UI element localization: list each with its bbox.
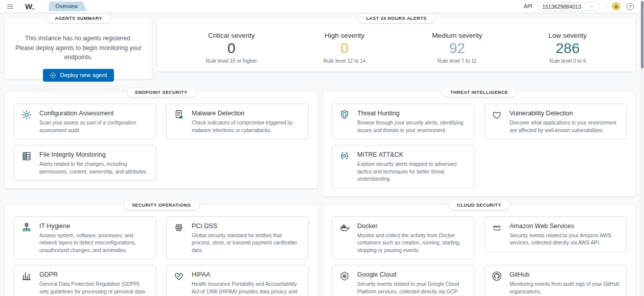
card-docker[interactable]: Docker Monitor and collect the activity … xyxy=(332,216,474,260)
card-file-integrity-monitoring[interactable]: File Integrity Monitoring Alerts related… xyxy=(14,145,156,181)
card-title: Vulnerability Detection xyxy=(510,110,619,117)
api-selector[interactable]: 1513629884013 xyxy=(537,2,599,11)
card-description: Discover what applications in your envir… xyxy=(510,119,619,134)
stat-label: Low severity xyxy=(548,32,587,39)
topbar-divider xyxy=(605,3,606,11)
stat-medium-severity: Medium severity 92 Rule level 7 to 11 xyxy=(432,32,482,64)
plus-circle-icon xyxy=(50,72,56,79)
file-integrity-icon xyxy=(21,150,33,176)
cloud-security-title: CLOUD SECURITY xyxy=(449,201,509,210)
help-icon[interactable]: ? xyxy=(627,3,634,10)
api-selector-value: 1513629884013 xyxy=(542,4,581,10)
card-description: Explore security alerts mapped to advers… xyxy=(357,161,467,183)
card-description: Global security standard for entities th… xyxy=(192,232,302,255)
mitre-braces-icon xyxy=(339,150,351,183)
github-icon xyxy=(491,270,503,295)
top-bar: W. Overview API 1513629884013 a ? xyxy=(0,0,644,13)
card-title: Amazon Web Services xyxy=(510,223,619,230)
google-cloud-icon xyxy=(339,270,351,296)
card-pci-dss[interactable]: PCI DSS Global security standard for ent… xyxy=(166,216,309,260)
panel-cloud-security: CLOUD SECURITY Docker Monitor and collec… xyxy=(323,205,635,296)
server-stack-icon xyxy=(173,221,186,255)
stat-value[interactable]: 286 xyxy=(548,40,587,57)
stat-sublabel: Rule level 15 or higher xyxy=(206,58,257,64)
app-logo[interactable]: W. xyxy=(17,0,42,13)
card-description: General Data Protection Regulation (GDPR… xyxy=(39,281,149,295)
stat-high-severity: High severity 0 Rule level 12 to 14 xyxy=(324,32,366,64)
api-label: API xyxy=(523,4,532,9)
panel-threat-intelligence: THREAT INTELLIGENCE Threat Hunting Brows… xyxy=(323,92,635,196)
gear-icon xyxy=(21,109,33,134)
svg-text:aws: aws xyxy=(493,224,501,229)
card-title: HIPAA xyxy=(192,271,302,278)
card-description: Health Insurance Portability and Account… xyxy=(192,281,302,296)
card-title: Threat Hunting xyxy=(357,110,467,117)
chevron-down-icon xyxy=(589,4,594,9)
card-description: Monitoring events from audit logs of you… xyxy=(510,281,619,295)
card-title: PCI DSS xyxy=(192,223,302,230)
stat-sublabel: Rule level 7 to 11 xyxy=(432,58,482,64)
card-title: Malware Detection xyxy=(192,110,302,117)
deploy-new-agent-button[interactable]: Deploy new agent xyxy=(43,69,113,82)
heart-shield-icon xyxy=(491,109,503,134)
card-configuration-assessment[interactable]: Configuration Assessment Scan your asset… xyxy=(14,104,156,139)
card-vulnerability-detection[interactable]: Vulnerability Detection Discover what ap… xyxy=(484,104,627,139)
card-title: Google Cloud xyxy=(357,271,467,278)
card-threat-hunting[interactable]: Threat Hunting Browse through your secur… xyxy=(332,104,474,139)
panel-last-24-hours-alerts: LAST 24 HOURS ALERTS Critical severity 0… xyxy=(157,18,635,71)
card-google-cloud[interactable]: Google Cloud Security events related to … xyxy=(332,265,474,296)
threat-intelligence-title: THREAT INTELLIGENCE xyxy=(442,88,516,97)
stat-label: High severity xyxy=(324,32,366,39)
deploy-new-agent-label: Deploy new agent xyxy=(60,72,107,78)
card-title: IT Hygiene xyxy=(39,223,149,230)
alerts-panel-title: LAST 24 HOURS ALERTS xyxy=(358,14,434,23)
main-content: AGENTS SUMMARY This instance has no agen… xyxy=(5,18,635,296)
security-operations-title: SECURITY OPERATIONS xyxy=(124,201,199,210)
network-tree-icon xyxy=(21,221,33,255)
card-description: Security events related to your Google C… xyxy=(357,281,467,296)
card-title: GDPR xyxy=(39,271,149,278)
card-title: GitHub xyxy=(510,271,619,278)
scrollbar-thumb[interactable] xyxy=(641,1,643,68)
card-description: Check indicators of compromise triggered… xyxy=(192,119,302,134)
panel-agents-summary: AGENTS SUMMARY This instance has no agen… xyxy=(5,18,152,79)
panel-endpoint-security: ENDPOINT SECURITY Configuration Assessme… xyxy=(5,92,317,188)
bar-columns-icon xyxy=(21,270,33,295)
card-malware-detection[interactable]: Malware Detection Check indicators of co… xyxy=(166,104,309,139)
agents-summary-line1: This instance has no agents registered. xyxy=(14,34,143,43)
agents-summary-title: AGENTS SUMMARY xyxy=(47,14,110,23)
card-it-hygiene[interactable]: IT Hygiene Assess system, software, proc… xyxy=(14,216,156,260)
stat-low-severity: Low severity 286 Rule level 0 to 6 xyxy=(548,32,587,64)
card-title: File Integrity Monitoring xyxy=(39,151,149,158)
panel-security-operations: SECURITY OPERATIONS IT Hygiene Assess sy… xyxy=(5,205,317,296)
card-hipaa[interactable]: HIPAA Health Insurance Portability and A… xyxy=(166,265,309,296)
stat-value[interactable]: 0 xyxy=(324,40,366,57)
card-gdpr[interactable]: GDPR General Data Protection Regulation … xyxy=(14,265,156,296)
card-description: Monitor and collect the activity from Do… xyxy=(357,232,467,255)
card-mitre-attack[interactable]: MITRE ATT&CK Explore security alerts map… xyxy=(332,145,474,188)
endpoint-security-title: ENDPOINT SECURITY xyxy=(127,88,195,97)
stat-sublabel: Rule level 12 to 14 xyxy=(324,58,366,64)
aws-logo-icon: aws xyxy=(491,221,503,247)
card-description: Security events related to your Amazon A… xyxy=(510,232,619,247)
card-title: Configuration Assessment xyxy=(39,110,149,117)
card-title: MITRE ATT&CK xyxy=(357,151,467,158)
stat-critical-severity: Critical severity 0 Rule level 15 or hig… xyxy=(206,32,257,64)
shield-icon xyxy=(339,109,351,134)
card-description: Assess system, software, processes, and … xyxy=(39,232,149,255)
heart-check-icon xyxy=(173,270,186,296)
card-github[interactable]: GitHub Monitoring events from audit logs… xyxy=(484,265,627,296)
avatar[interactable]: a xyxy=(612,2,620,11)
card-description: Browse through your security alerts, ide… xyxy=(357,119,467,134)
scrollbar[interactable] xyxy=(640,0,644,296)
stat-value[interactable]: 0 xyxy=(206,40,257,57)
tab-overview[interactable]: Overview xyxy=(49,2,87,11)
malware-detection-icon xyxy=(173,109,186,134)
docker-whale-icon xyxy=(339,221,351,255)
card-title: Docker xyxy=(357,223,467,230)
card-amazon-web-services[interactable]: aws Amazon Web Services Security events … xyxy=(484,216,627,252)
card-description: Alerts related to file changes, includin… xyxy=(39,161,149,176)
menu-icon[interactable] xyxy=(5,2,15,12)
agents-summary-line2: Please deploy agents to begin monitoring… xyxy=(14,43,143,62)
stat-value[interactable]: 92 xyxy=(432,40,482,57)
